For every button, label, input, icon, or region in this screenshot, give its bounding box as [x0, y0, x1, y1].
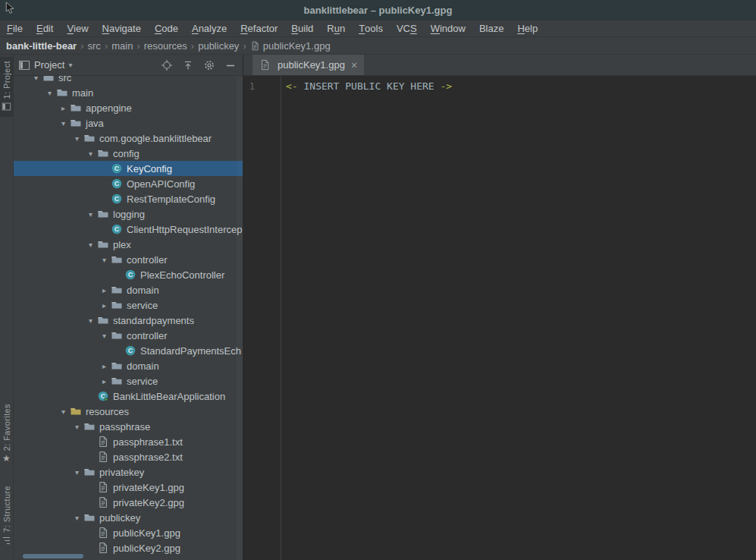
tree-item-resttemplateconfig[interactable]: CRestTemplateConfig [14, 191, 243, 206]
chevron-expanded-icon[interactable]: ▾ [71, 423, 83, 431]
hide-icon[interactable] [224, 59, 237, 71]
menu-run[interactable]: Run [320, 20, 352, 36]
chevron-expanded-icon[interactable]: ▾ [98, 332, 111, 340]
menu-file[interactable]: File [0, 20, 30, 36]
chevron-collapsed-icon[interactable]: ▸ [98, 286, 111, 294]
chevron-expanded-icon[interactable]: ▾ [84, 210, 97, 219]
chevron-expanded-icon[interactable]: ▾ [98, 256, 111, 264]
chevron-collapsed-icon[interactable]: ▸ [98, 362, 111, 370]
breadcrumb-item-publickey1-gpg[interactable]: publicKey1.gpg [250, 39, 331, 52]
tree-item-java[interactable]: ▾java [14, 115, 243, 131]
chevron-expanded-icon[interactable]: ▾ [43, 89, 56, 97]
menu-blaze[interactable]: Blaze [472, 20, 511, 36]
tree-item-privatekey2-gpg[interactable]: privateKey2.gpg [14, 495, 243, 510]
chevron-collapsed-icon[interactable]: ▸ [57, 104, 70, 112]
menu-view[interactable]: View [60, 20, 95, 36]
chevron-collapsed-icon[interactable]: ▸ [98, 377, 111, 385]
breadcrumb-item-src[interactable]: src [88, 40, 101, 52]
tree-item-standardpaymentsech[interactable]: CStandardPaymentsEch [14, 343, 243, 358]
tab-label: publicKey1.gpg [278, 59, 345, 71]
breadcrumb-item-bank-little-bear[interactable]: bank-little-bear [6, 40, 77, 52]
tree-item-controller[interactable]: ▾controller [14, 252, 243, 267]
chevron-expanded-icon[interactable]: ▾ [57, 119, 70, 127]
tree-item-label: resources [83, 406, 129, 417]
tree-item-label: PlexEchoController [138, 269, 224, 281]
menu-build[interactable]: Build [284, 20, 320, 36]
file-icon [97, 542, 111, 554]
chevron-expanded-icon[interactable]: ▾ [84, 149, 97, 158]
stripe-button-1-project[interactable]: 1: Project [0, 57, 13, 117]
chevron-collapsed-icon[interactable]: ▸ [98, 301, 111, 310]
collapse-all-icon[interactable] [182, 59, 194, 71]
chevron-expanded-icon[interactable]: ▾ [57, 407, 70, 416]
chevron-expanded-icon[interactable]: ▾ [30, 76, 42, 82]
tree-item-resources[interactable]: ▾resources [14, 404, 243, 419]
stripe-button-label: 7: Structure [2, 486, 11, 533]
menu-edit[interactable]: Edit [30, 20, 60, 36]
chevron-expanded-icon[interactable]: ▾ [71, 468, 83, 477]
editor-content[interactable]: <- INSERT PUBLIC KEY HERE -> [281, 76, 756, 560]
tree-item-passphrase2-txt[interactable]: passphrase2.txt [14, 449, 243, 464]
menu-window[interactable]: Window [424, 20, 472, 36]
tree-item-controller[interactable]: ▾controller [14, 328, 243, 343]
package-icon [97, 208, 111, 220]
menu-code[interactable]: Code [148, 20, 185, 36]
chevron-expanded-icon[interactable]: ▾ [71, 514, 83, 522]
tree-item-keyconfig[interactable]: CKeyConfig [14, 161, 243, 176]
package-icon [111, 360, 124, 372]
tree-item-config[interactable]: ▾config [14, 146, 243, 161]
tree-item-banklittlebearapplication[interactable]: CBankLittleBearApplication [14, 389, 243, 404]
svg-text:C: C [114, 180, 120, 187]
project-view-selector[interactable]: Project ▾ [18, 59, 73, 71]
tree-item-plexechocontroller[interactable]: CPlexEchoController [14, 267, 243, 282]
tree-item-label: domain [124, 360, 159, 372]
tree-item-passphrase[interactable]: ▾passphrase [14, 419, 243, 434]
tree-item-main[interactable]: ▾main [14, 85, 243, 100]
tree-item-openapiconfig[interactable]: COpenAPIConfig [14, 176, 243, 191]
breadcrumb-separator: › [239, 40, 249, 52]
tree-item-publickey[interactable]: ▾publickey [14, 510, 243, 525]
chevron-expanded-icon[interactable]: ▾ [84, 241, 97, 249]
breadcrumb-item-main[interactable]: main [111, 40, 133, 52]
menu-tools[interactable]: Tools [352, 20, 390, 36]
stripe-button-2-favorites[interactable]: 2: Favorites★ [0, 400, 13, 467]
tree-item-plex[interactable]: ▾plex [14, 237, 243, 252]
tree-horizontal-scrollbar-thumb[interactable] [23, 554, 83, 558]
tab-close-icon[interactable]: × [351, 60, 357, 71]
breadcrumb-separator: › [133, 40, 143, 52]
project-icon [2, 102, 11, 113]
tree-item-privatekey[interactable]: ▾privatekey [14, 464, 243, 480]
window-title: banklittlebear – publicKey1.gpg [304, 5, 453, 16]
locate-icon[interactable] [161, 59, 173, 71]
tree-vertical-scrollbar[interactable] [237, 76, 243, 560]
tree-item-service[interactable]: ▸service [14, 373, 243, 389]
stripe-button-7-structure[interactable]: 7: Structure [0, 482, 13, 551]
menu-help[interactable]: Help [510, 20, 544, 36]
tree-item-com-google-banklittlebear[interactable]: ▾com.google.banklittlebear [14, 131, 243, 146]
tree-item-publickey1-gpg[interactable]: publicKey1.gpg [14, 525, 243, 540]
tree-item-logging[interactable]: ▾logging [14, 206, 243, 222]
project-panel: Project ▾ ▾src▾main▸appengine▾java▾com.g… [14, 55, 243, 560]
tree-item-service[interactable]: ▸service [14, 297, 243, 313]
chevron-expanded-icon[interactable]: ▾ [84, 316, 97, 325]
settings-icon[interactable] [203, 59, 215, 71]
file-icon [97, 451, 111, 463]
tree-item-domain[interactable]: ▸domain [14, 358, 243, 373]
tree-item-privatekey1-gpg[interactable]: privateKey1.gpg [14, 480, 243, 495]
menu-analyze[interactable]: Analyze [185, 20, 234, 36]
tree-item-publickey2-gpg[interactable]: publicKey2.gpg [14, 540, 243, 555]
breadcrumb-item-resources[interactable]: resources [144, 40, 187, 52]
tab-publickey1-gpg[interactable]: publicKey1.gpg × [253, 55, 364, 75]
menu-navigate[interactable]: Navigate [96, 20, 148, 36]
menu-vcs[interactable]: VCS [390, 20, 424, 36]
tree-item-appengine[interactable]: ▸appengine [14, 100, 243, 115]
breadcrumb-item-publickey[interactable]: publickey [198, 40, 239, 52]
tree-item-passphrase1-txt[interactable]: passphrase1.txt [14, 434, 243, 449]
tree-item-domain[interactable]: ▸domain [14, 282, 243, 297]
tree-item-standardpayments[interactable]: ▾standardpayments [14, 313, 243, 328]
stripe-button-label: 2: Favorites [2, 404, 11, 451]
tree-item-src[interactable]: ▾src [14, 76, 243, 85]
tree-item-clienthttprequestintercep[interactable]: CClientHttpRequestIntercep [14, 222, 243, 237]
menu-refactor[interactable]: Refactor [234, 20, 284, 36]
chevron-expanded-icon[interactable]: ▾ [71, 134, 83, 143]
